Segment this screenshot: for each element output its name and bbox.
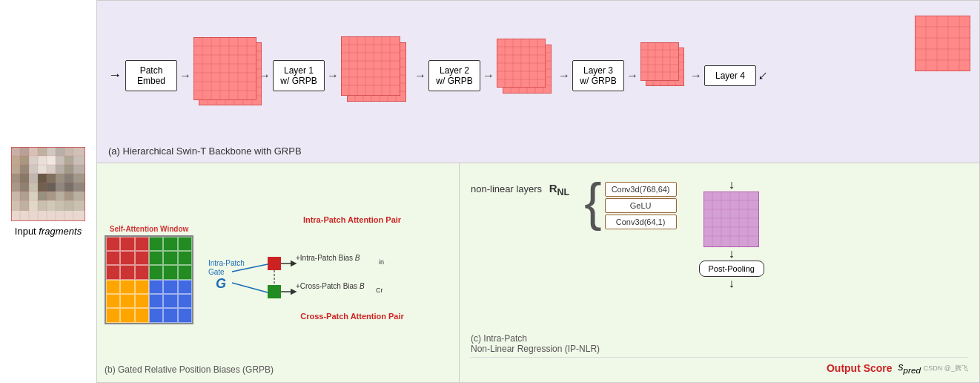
arrow4: → bbox=[414, 69, 426, 82]
down-arrow-1: ↓ bbox=[729, 178, 735, 192]
svg-rect-25 bbox=[11, 174, 20, 183]
svg-rect-46 bbox=[56, 192, 64, 200]
csdn-label: CSDN @_腾飞 bbox=[924, 364, 968, 372]
quad-grid bbox=[105, 235, 193, 324]
R-NL-label: RNL bbox=[549, 182, 570, 194]
svg-rect-10 bbox=[20, 156, 29, 165]
quad-red bbox=[106, 237, 149, 280]
svg-rect-14 bbox=[56, 156, 64, 165]
svg-rect-21 bbox=[47, 165, 56, 174]
arrow1: → bbox=[179, 69, 191, 82]
svg-rect-15 bbox=[64, 156, 73, 165]
svg-text:+Intra-Patch Bias B: +Intra-Patch Bias B bbox=[296, 254, 360, 262]
curved-arrow: ↓ bbox=[755, 67, 772, 84]
svg-rect-31 bbox=[64, 174, 73, 183]
layer2-box: Layer 2 w/ GRPB bbox=[428, 60, 480, 91]
feat-ipnlr bbox=[703, 192, 759, 247]
feat-map-l2 bbox=[497, 39, 556, 113]
NL-sub: NL bbox=[557, 187, 570, 197]
quad-green bbox=[149, 237, 192, 280]
svg-rect-9 bbox=[11, 156, 20, 165]
backbone-flow: → Patch Embed → bbox=[108, 8, 968, 143]
feat-map-l4 bbox=[915, 16, 970, 74]
quad-orange bbox=[106, 280, 149, 323]
ipnlr-content: non-linear layers RNL { Conv3d(768,64) G… bbox=[471, 171, 968, 333]
svg-rect-163 bbox=[915, 16, 970, 71]
svg-rect-22 bbox=[56, 165, 64, 174]
layer3-label: Layer 3 w/ GRPB bbox=[580, 65, 616, 86]
post-pool-box: Post-Pooling bbox=[699, 261, 764, 277]
svg-rect-36 bbox=[38, 183, 47, 192]
svg-rect-3 bbox=[29, 147, 38, 156]
svg-rect-177 bbox=[268, 257, 281, 270]
svg-rect-51 bbox=[29, 200, 38, 211]
input-arrow: → bbox=[108, 68, 122, 83]
main-container: Input fragments → Patch Embed → bbox=[0, 0, 980, 383]
svg-rect-30 bbox=[56, 174, 64, 183]
svg-rect-178 bbox=[268, 285, 281, 298]
arrow3: → bbox=[327, 69, 339, 82]
svg-rect-12 bbox=[38, 156, 47, 165]
conv-box-1: Conv3d(768,64) bbox=[605, 182, 677, 197]
svg-rect-34 bbox=[20, 183, 29, 192]
svg-rect-38 bbox=[56, 183, 64, 192]
svg-rect-33 bbox=[11, 183, 20, 192]
svg-rect-154 bbox=[640, 42, 679, 81]
svg-rect-32 bbox=[73, 174, 85, 183]
nonlinear-label: non-linear layers RNL bbox=[471, 182, 569, 197]
bottom-section: Self-Attention Window bbox=[96, 163, 980, 383]
post-pool-area: ↓ bbox=[699, 178, 764, 290]
backbone-section: → Patch Embed → bbox=[96, 0, 980, 163]
layer2-label: Layer 2 w/ GRPB bbox=[436, 65, 472, 86]
svg-rect-42 bbox=[20, 192, 29, 200]
feat-map-patch bbox=[193, 37, 256, 114]
svg-rect-40 bbox=[73, 183, 85, 192]
R-symbol: R bbox=[549, 182, 557, 194]
grpb-title: (b) Gated Relative Position Biases (GRPB… bbox=[105, 364, 451, 375]
svg-rect-29 bbox=[47, 174, 56, 183]
ipnlr-section: non-linear layers RNL { Conv3d(768,64) G… bbox=[460, 163, 980, 383]
curly-brace: { bbox=[584, 176, 601, 228]
ipnlr-title: (c) Intra-Patch Non-Linear Regression (I… bbox=[471, 333, 968, 354]
svg-rect-26 bbox=[20, 174, 29, 183]
arrow5: → bbox=[483, 69, 494, 82]
grpb-svg: Intra-Patch Gate G bbox=[208, 227, 401, 324]
svg-rect-37 bbox=[47, 183, 56, 192]
svg-text:+Cross-Patch Bias B: +Cross-Patch Bias B bbox=[296, 282, 365, 290]
grpb-diagram: Intra-Patch Attention Pair Intra-Patch G… bbox=[208, 215, 451, 321]
svg-rect-49 bbox=[11, 200, 20, 211]
svg-rect-1 bbox=[11, 147, 20, 156]
ipnlr-title-text: (c) Intra-Patch Non-Linear Regression (I… bbox=[471, 333, 600, 354]
layer4-label: Layer 4 bbox=[715, 71, 745, 81]
svg-text:Intra-Patch: Intra-Patch bbox=[208, 259, 245, 267]
s-pred: spred bbox=[898, 361, 921, 373]
patch-embed-box: Patch Embed bbox=[125, 60, 177, 91]
feat-grid-front1 bbox=[193, 37, 256, 100]
backbone-label: (a) Hierarchical Swin-T Backbone with GR… bbox=[108, 145, 968, 157]
cross-patch-label: Cross-Patch Attention Pair bbox=[253, 312, 451, 321]
svg-rect-11 bbox=[29, 156, 38, 165]
arrow8: → bbox=[690, 69, 702, 82]
svg-rect-35 bbox=[29, 183, 38, 192]
arrow6: → bbox=[558, 69, 570, 82]
svg-rect-24 bbox=[73, 165, 85, 174]
svg-rect-47 bbox=[64, 192, 73, 200]
svg-rect-19 bbox=[29, 165, 38, 174]
output-row: Output Score spred CSDN @_腾飞 bbox=[471, 357, 968, 375]
svg-line-176 bbox=[232, 283, 268, 292]
svg-rect-8 bbox=[73, 147, 85, 156]
svg-rect-5 bbox=[47, 147, 56, 156]
svg-text:Gate: Gate bbox=[208, 268, 225, 276]
feat-map-l3 bbox=[640, 42, 688, 109]
self-attention-label: Self-Attention Window bbox=[105, 225, 193, 233]
conv-area: { Conv3d(768,64) GeLU Conv3d(64,1) bbox=[584, 174, 676, 229]
output-score: spred CSDN @_腾飞 bbox=[898, 361, 968, 375]
svg-rect-50 bbox=[20, 200, 29, 211]
conv-box-3: Conv3d(64,1) bbox=[605, 215, 677, 229]
svg-rect-4 bbox=[38, 147, 47, 156]
svg-text:Cr: Cr bbox=[376, 287, 383, 294]
svg-rect-41 bbox=[11, 192, 20, 200]
svg-rect-2 bbox=[20, 147, 29, 156]
svg-rect-18 bbox=[20, 165, 29, 174]
svg-rect-44 bbox=[38, 192, 47, 200]
